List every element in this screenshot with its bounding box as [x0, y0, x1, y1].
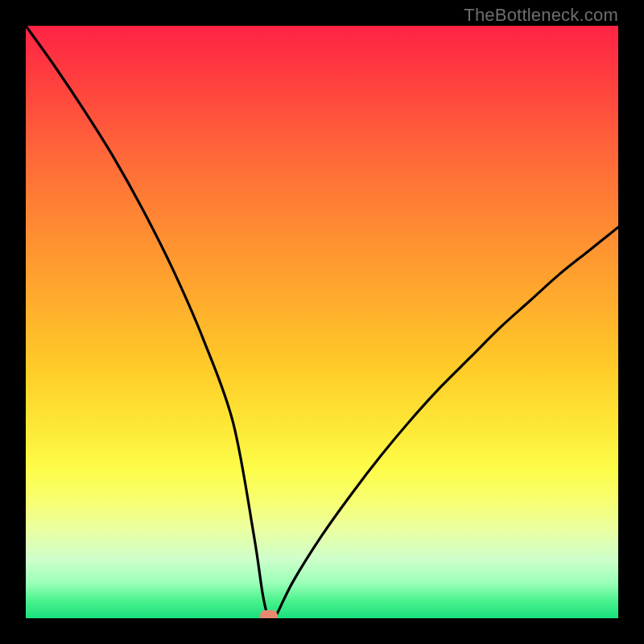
watermark-text: TheBottleneck.com: [464, 5, 618, 26]
bottleneck-curve: [26, 26, 618, 618]
minimum-marker: [260, 610, 278, 618]
plot-area: [26, 26, 618, 618]
chart-frame: TheBottleneck.com: [0, 0, 644, 644]
